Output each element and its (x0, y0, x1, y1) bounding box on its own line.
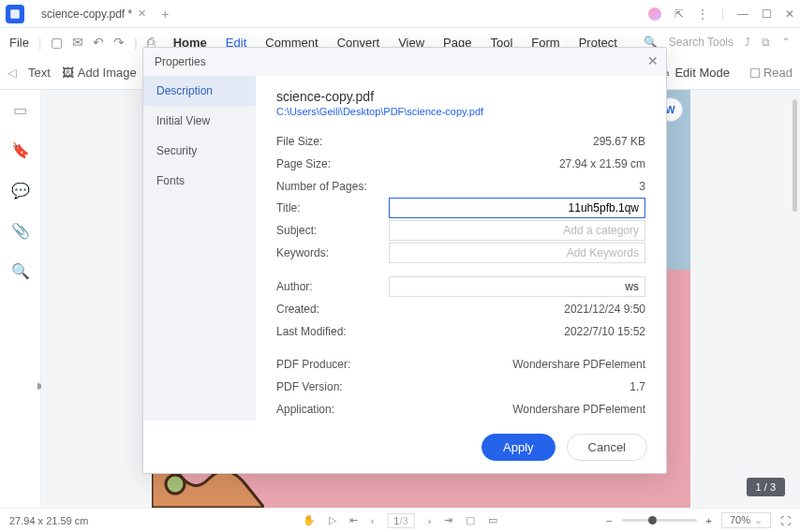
zoom-slider[interactable] (622, 519, 697, 522)
prev-page-icon[interactable]: ‹ (371, 515, 375, 526)
add-image-tool[interactable]: 🖼Add Image (62, 66, 137, 80)
value-filesize: 295.67 KB (389, 135, 645, 148)
label-subject: Subject: (276, 224, 389, 237)
label-lastmod: Last Modified: (276, 325, 389, 338)
last-page-icon[interactable]: ⇥ (444, 514, 452, 526)
label-producer: PDF Producer: (276, 358, 389, 371)
label-created: Created: (276, 303, 389, 316)
fit-page-icon[interactable]: ▢ (466, 514, 475, 526)
zoom-out-icon[interactable]: − (606, 515, 612, 526)
left-sidebar: ▭ 🔖 💬 📎 🔍 (0, 90, 41, 508)
label-pagesize: Page Size: (276, 157, 389, 170)
tab-description[interactable]: Description (143, 76, 256, 106)
label-application: Application: (276, 403, 389, 416)
close-window-icon[interactable]: ✕ (785, 7, 794, 21)
dialog-content: science-copy.pdf C:\Users\Geili\Desktop\… (256, 76, 666, 421)
cloud-icon[interactable]: ⧉ (762, 36, 770, 49)
page-number-input[interactable]: 1/3 (387, 513, 414, 528)
thumbnails-icon[interactable]: ▭ (13, 101, 27, 119)
image-icon: 🖼 (62, 66, 74, 80)
zoom-in-icon[interactable]: + (706, 515, 712, 526)
close-dialog-icon[interactable]: ✕ (647, 53, 659, 68)
label-keywords: Keywords: (276, 246, 389, 259)
subject-input[interactable]: Add a category (389, 220, 645, 241)
read-mode-checkbox[interactable]: Read (750, 66, 793, 80)
value-created: 2021/12/24 9:50 (389, 303, 645, 316)
bookmark-icon[interactable]: 🔖 (11, 141, 30, 159)
properties-dialog: Properties ✕ Description Initial View Se… (142, 47, 667, 474)
label-title: Title: (276, 201, 389, 214)
text-tool[interactable]: Text (28, 66, 51, 80)
search-panel-icon[interactable]: 🔍 (11, 262, 30, 280)
save-icon[interactable]: ▢ (51, 35, 63, 50)
document-tab[interactable]: science-copy.pdf * ✕ (32, 4, 156, 24)
tab-title: science-copy.pdf * (41, 7, 132, 21)
svg-rect-0 (10, 9, 20, 19)
comment-icon[interactable]: 💬 (11, 182, 30, 200)
dialog-sidebar: Description Initial View Security Fonts (143, 76, 256, 421)
new-tab-button[interactable]: + (161, 7, 169, 22)
status-bar: 27.94 x 21.59 cm ✋ ▷ ⇤ ‹ 1/3 › ⇥ ▢ ▭ − +… (0, 508, 800, 532)
label-numpages: Number of Pages: (276, 180, 389, 193)
maximize-icon[interactable]: ☐ (762, 7, 772, 21)
label-filesize: File Size: (276, 135, 389, 148)
share-icon[interactable]: ⇱ (674, 7, 684, 21)
edit-mode-toggle[interactable]: ✎Edit Mode (660, 66, 730, 80)
dialog-header: Properties ✕ (143, 48, 666, 76)
label-version: PDF Version: (276, 380, 389, 393)
tab-initial-view[interactable]: Initial View (143, 106, 256, 136)
hand-icon[interactable]: ✋ (303, 514, 316, 526)
value-version: 1.7 (389, 380, 645, 393)
fullscreen-icon[interactable]: ⛶ (780, 515, 791, 526)
search-placeholder[interactable]: Search Tools (669, 36, 733, 49)
doc-path[interactable]: C:\Users\Geili\Desktop\PDF\science-copy.… (276, 106, 645, 117)
undo-icon[interactable]: ↶ (93, 35, 104, 50)
next-page-icon[interactable]: › (428, 515, 432, 526)
file-menu[interactable]: File (9, 36, 29, 50)
mail-icon[interactable]: ✉ (72, 35, 83, 50)
value-lastmod: 2022/7/10 15:52 (389, 325, 645, 338)
label-author: Author: (276, 280, 389, 293)
expand-icon[interactable]: ⌃ (781, 36, 791, 49)
attach-icon[interactable]: 📎 (11, 222, 30, 240)
app-icon (6, 5, 24, 23)
title-input[interactable] (389, 198, 645, 218)
assistant-icon[interactable] (648, 7, 661, 21)
page-dims: 27.94 x 21.59 cm (9, 515, 88, 526)
value-producer: Wondershare PDFelement (389, 358, 645, 371)
svg-point-1 (166, 475, 185, 494)
author-input[interactable] (389, 276, 645, 297)
keywords-input[interactable]: Add Keywords (389, 243, 645, 263)
page-indicator: 1 / 3 (747, 478, 785, 496)
value-pagesize: 27.94 x 21.59 cm (389, 157, 645, 170)
first-page-icon[interactable]: ⇤ (349, 514, 358, 526)
redo-icon[interactable]: ↷ (113, 35, 125, 50)
upload-icon[interactable]: ⤴ (745, 36, 750, 49)
scrollbar[interactable] (793, 99, 797, 212)
tab-fonts[interactable]: Fonts (143, 166, 256, 196)
fit-width-icon[interactable]: ▭ (488, 514, 497, 526)
title-bar: science-copy.pdf * ✕ + ⇱ ⋮ | — ☐ ✕ (0, 0, 800, 28)
value-application: Wondershare PDFelement (389, 403, 645, 416)
dialog-footer: Apply Cancel (143, 421, 666, 473)
select-icon[interactable]: ▷ (329, 514, 336, 526)
value-numpages: 3 (389, 180, 645, 193)
kebab-icon[interactable]: ⋮ (697, 7, 708, 21)
tab-security[interactable]: Security (143, 136, 256, 166)
close-icon[interactable]: ✕ (138, 7, 146, 20)
cancel-button[interactable]: Cancel (567, 434, 647, 461)
doc-filename: science-copy.pdf (276, 89, 645, 104)
zoom-level-select[interactable]: 70%⌄ (721, 512, 771, 528)
minimize-icon[interactable]: — (737, 7, 748, 21)
apply-button[interactable]: Apply (481, 434, 556, 461)
